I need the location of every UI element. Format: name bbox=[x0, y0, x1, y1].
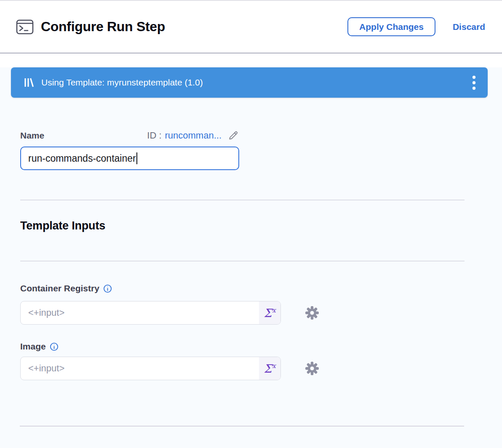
text-cursor bbox=[136, 152, 137, 164]
container-registry-input-wrap: Σx bbox=[20, 301, 281, 325]
image-input-row: Σx bbox=[20, 357, 465, 380]
image-label: Image bbox=[20, 341, 46, 352]
container-registry-input-row: Σx bbox=[20, 301, 465, 325]
container-registry-settings-button[interactable] bbox=[305, 306, 319, 320]
gear-icon bbox=[305, 306, 319, 320]
bottom-divider bbox=[20, 426, 464, 427]
image-settings-button[interactable] bbox=[305, 361, 319, 376]
expression-type-button[interactable]: Σx bbox=[259, 357, 280, 380]
content-area: Using Template: myrunsteptemplate (1.0) … bbox=[0, 67, 502, 448]
sigma-icon: Σ bbox=[264, 363, 272, 374]
info-icon bbox=[103, 284, 112, 293]
sigma-icon: Σ bbox=[264, 307, 272, 319]
template-banner-label: Using Template: myrunsteptemplate (1.0) bbox=[41, 77, 203, 88]
step-id-group: ID : runcomman... bbox=[147, 130, 239, 141]
sigma-sup: x bbox=[272, 363, 275, 369]
apply-changes-button[interactable]: Apply Changes bbox=[347, 17, 435, 36]
id-value-link[interactable]: runcomman... bbox=[165, 130, 222, 141]
name-label: Name bbox=[20, 131, 44, 141]
name-row: Name ID : runcomman... bbox=[20, 130, 239, 141]
panel-header: Configure Run Step Apply Changes Discard bbox=[0, 0, 502, 53]
container-registry-input[interactable] bbox=[21, 301, 259, 324]
gear-icon bbox=[305, 361, 319, 376]
expression-type-button[interactable]: Σx bbox=[259, 301, 280, 324]
container-registry-label: Container Registry bbox=[20, 283, 99, 293]
title-group: Configure Run Step bbox=[16, 19, 165, 35]
image-input[interactable] bbox=[21, 357, 259, 380]
header-actions: Apply Changes Discard bbox=[347, 17, 485, 36]
form-body: Name ID : runcomman... bbox=[20, 130, 465, 380]
kebab-icon bbox=[472, 75, 476, 90]
banner-options-menu-button[interactable] bbox=[468, 73, 480, 93]
section-divider bbox=[20, 261, 465, 261]
name-input[interactable]: run-commands-container bbox=[20, 147, 239, 170]
page-title: Configure Run Step bbox=[41, 19, 165, 35]
container-registry-info-button[interactable] bbox=[103, 284, 112, 293]
container-registry-label-row: Container Registry bbox=[20, 283, 465, 293]
edit-id-button[interactable] bbox=[227, 130, 239, 141]
configure-run-step-panel: Configure Run Step Apply Changes Discard… bbox=[0, 0, 502, 448]
section-divider bbox=[20, 200, 465, 200]
pencil-icon bbox=[227, 130, 239, 141]
image-label-row: Image bbox=[20, 341, 465, 352]
image-input-wrap: Σx bbox=[20, 357, 281, 380]
id-label: ID : bbox=[147, 130, 161, 141]
discard-button[interactable]: Discard bbox=[453, 22, 485, 32]
library-icon bbox=[24, 77, 35, 88]
template-banner: Using Template: myrunsteptemplate (1.0) bbox=[11, 67, 488, 98]
terminal-icon bbox=[16, 19, 34, 35]
info-icon bbox=[50, 342, 59, 351]
name-input-value: run-commands-container bbox=[28, 153, 136, 164]
image-info-button[interactable] bbox=[50, 342, 59, 351]
sigma-sup: x bbox=[272, 307, 275, 314]
template-inputs-heading: Template Inputs bbox=[20, 219, 465, 232]
